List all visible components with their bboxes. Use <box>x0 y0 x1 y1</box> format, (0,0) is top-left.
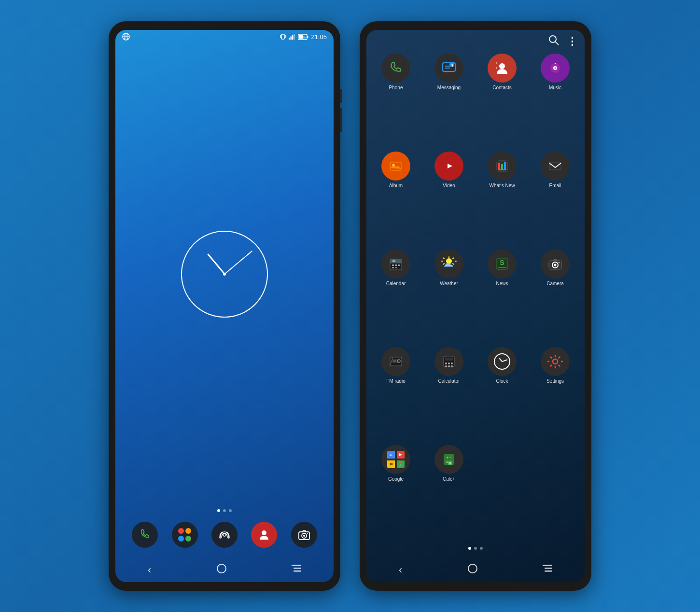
app-phone[interactable]: Phone <box>371 54 420 148</box>
svg-rect-57 <box>395 267 397 268</box>
app-grid: Phone :) Messaging <box>366 51 585 542</box>
menu-button[interactable] <box>284 562 309 578</box>
app-settings[interactable]: Settings <box>531 347 580 441</box>
status-right: 50% 21:05 <box>280 33 327 41</box>
calcplus-svg: + − × S <box>441 452 457 467</box>
contacts-icon <box>257 528 271 542</box>
app-weather[interactable]: Weather <box>424 250 474 344</box>
settings-app-label: Settings <box>546 378 564 384</box>
messaging-app-label: Messaging <box>437 85 461 91</box>
news-svg: S <box>494 256 510 272</box>
phone-app-svg <box>389 61 403 75</box>
svg-rect-34 <box>496 67 497 69</box>
dock-contacts[interactable] <box>251 522 277 548</box>
right-page-dot-1[interactable] <box>468 547 471 550</box>
page-dot-1[interactable] <box>217 509 220 512</box>
svg-point-16 <box>262 530 266 535</box>
svg-rect-45 <box>501 164 503 169</box>
calendar-app-icon: 31 <box>381 250 410 278</box>
svg-rect-88 <box>543 565 552 566</box>
app-clock[interactable]: Clock <box>477 347 527 441</box>
left-screen: 50% 21:05 <box>115 30 334 582</box>
svg-text::): :) <box>451 63 453 67</box>
dock-apps[interactable] <box>172 522 198 548</box>
minute-hand <box>224 250 252 275</box>
right-back-button[interactable]: ‹ <box>391 561 410 579</box>
svg-rect-38 <box>391 162 401 170</box>
weather-app-label: Weather <box>440 281 458 287</box>
svg-point-65 <box>559 262 560 263</box>
fmradio-app-label: FM radio <box>386 378 405 384</box>
drawer-header: ⋮ <box>366 30 585 51</box>
app-calculator[interactable]: Calculator <box>424 347 474 441</box>
more-options-button[interactable]: ⋮ <box>567 35 578 48</box>
svg-point-70 <box>398 361 399 362</box>
video-app-icon <box>434 152 463 181</box>
app-calendar[interactable]: 31 Calendar <box>371 250 420 344</box>
home-button[interactable] <box>209 560 235 579</box>
weather-svg <box>441 256 457 272</box>
dock-phone[interactable] <box>132 522 158 548</box>
right-page-dot-2[interactable] <box>474 547 477 550</box>
svg-text:S: S <box>448 461 451 465</box>
status-time: 21:05 <box>311 33 327 41</box>
weather-app-icon <box>434 250 463 278</box>
app-email[interactable]: Email <box>531 152 580 246</box>
fmradio-app-icon <box>381 347 410 376</box>
app-whatsnew[interactable]: What's New <box>477 152 527 246</box>
svg-rect-48 <box>549 162 561 170</box>
svg-rect-13 <box>308 36 308 38</box>
svg-rect-61 <box>498 267 506 268</box>
camera-app-icon <box>541 250 570 278</box>
page-dot-2[interactable] <box>223 509 226 512</box>
svg-rect-33 <box>496 62 497 64</box>
app-calcplus[interactable]: + − × S Calc+ <box>424 445 474 539</box>
video-app-label: Video <box>443 183 455 189</box>
calendar-svg: 31 <box>388 256 404 272</box>
svg-rect-54 <box>395 264 397 266</box>
phone-icon <box>139 529 151 541</box>
svg-line-26 <box>555 42 559 45</box>
app-video[interactable]: Video <box>424 152 474 246</box>
right-page-dots <box>366 542 585 555</box>
svg-rect-10 <box>294 34 295 40</box>
contacts-app-svg <box>494 60 510 76</box>
clock-app-icon <box>488 347 517 376</box>
google-app-label: Google <box>388 476 404 482</box>
dock-fingerprint[interactable] <box>211 522 238 548</box>
contacts-app-icon <box>488 54 517 83</box>
music-app-label: Music <box>549 85 561 91</box>
status-left <box>122 33 130 41</box>
app-album[interactable]: Album <box>371 152 420 246</box>
page-dot-3[interactable] <box>229 509 232 512</box>
app-camera[interactable]: Camera <box>531 250 580 344</box>
app-contacts[interactable]: Contacts <box>477 54 527 148</box>
svg-point-76 <box>451 362 453 364</box>
email-svg <box>548 159 562 173</box>
app-fmradio[interactable]: FM radio <box>371 347 420 441</box>
svg-point-19 <box>303 535 305 537</box>
right-page-dot-3[interactable] <box>480 547 483 550</box>
clock-app-label: Clock <box>496 378 508 384</box>
messaging-app-icon: :) <box>434 54 463 83</box>
svg-rect-23 <box>294 568 301 569</box>
music-svg <box>548 61 562 75</box>
right-menu-button[interactable] <box>535 562 560 578</box>
app-news[interactable]: S News <box>477 250 527 344</box>
svg-point-77 <box>445 365 447 367</box>
news-app-icon: S <box>488 250 517 278</box>
app-google[interactable]: G ▶ ✉ 📍 Google <box>371 445 420 539</box>
dock-camera[interactable] <box>291 522 317 548</box>
app-messaging[interactable]: :) Messaging <box>424 54 474 148</box>
contacts-app-label: Contacts <box>492 85 511 91</box>
app-music[interactable]: Music <box>531 54 580 148</box>
back-button[interactable]: ‹ <box>140 561 159 579</box>
svg-text:31: 31 <box>392 259 396 263</box>
search-button[interactable] <box>548 35 559 48</box>
page-dots <box>115 504 334 517</box>
menu-icon <box>292 565 301 572</box>
right-home-button[interactable] <box>460 560 486 579</box>
google-app-icon: G ▶ ✉ 📍 <box>381 445 410 474</box>
fmradio-svg <box>388 354 404 369</box>
fingerprint-icon <box>218 528 231 542</box>
